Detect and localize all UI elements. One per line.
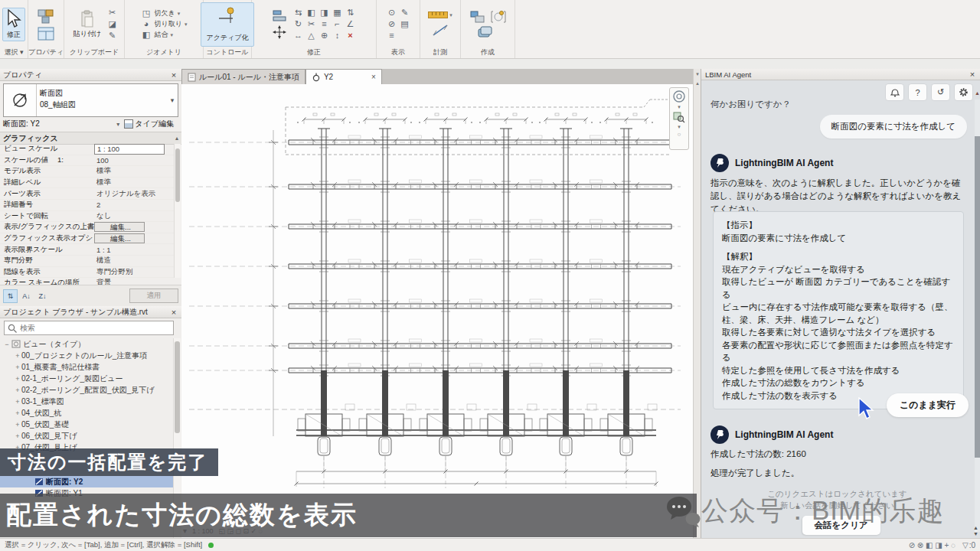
- panel-scroll-arrows[interactable]: ▲▼: [973, 525, 978, 537]
- tab-y2[interactable]: Y2 ×: [305, 69, 382, 84]
- tree-item[interactable]: +05_伏図_基礎: [0, 419, 175, 430]
- clipboard-small-tools[interactable]: ✂ ◪ ✎: [106, 8, 118, 41]
- tree-item[interactable]: 断面図: Y2: [0, 476, 175, 487]
- expand-icon[interactable]: +: [14, 409, 21, 417]
- tree-item[interactable]: +00_プロジェクトのルール_注意事項: [0, 350, 175, 361]
- match-type-icon[interactable]: ✎: [106, 31, 118, 41]
- run-button[interactable]: このまま実行: [887, 393, 969, 417]
- close-icon[interactable]: ×: [968, 70, 977, 79]
- zoom-icon[interactable]: [673, 111, 685, 123]
- modify-tool-grid[interactable]: ⇆◧◨▦⇅↻✂≡⌐∠↔△⊕↕×: [292, 8, 356, 41]
- tree-item[interactable]: +04_伏図_杭: [0, 407, 175, 419]
- edit-type-button[interactable]: タイプ編集: [135, 119, 174, 129]
- tree-item[interactable]: +02-1_ボーリング_製図ビュー: [0, 373, 175, 384]
- tool-icon[interactable]: ≡: [386, 31, 397, 41]
- expand-icon[interactable]: +: [14, 386, 21, 394]
- tool-icon[interactable]: △: [305, 31, 317, 41]
- copy-icon[interactable]: ◪: [106, 19, 118, 29]
- edit-button[interactable]: 編集...: [94, 222, 145, 232]
- settings-button[interactable]: [954, 83, 973, 101]
- notifications-button[interactable]: [885, 83, 904, 101]
- assembly-icon[interactable]: [478, 26, 498, 38]
- chevron-down-icon[interactable]: ▾: [678, 124, 681, 130]
- scissors-icon[interactable]: ✂: [106, 8, 118, 18]
- group-create-icon[interactable]: [491, 10, 506, 24]
- expand-icon[interactable]: +: [14, 432, 21, 440]
- sort-icon[interactable]: ⇅: [3, 289, 18, 303]
- activate-button[interactable]: アクティブ化: [201, 2, 253, 47]
- property-value[interactable]: 1 : 100: [94, 144, 165, 155]
- chevron-up-icon[interactable]: ▴: [175, 135, 178, 142]
- paste-button[interactable]: 貼り付け: [70, 8, 104, 41]
- properties-scrollbar[interactable]: [174, 144, 181, 278]
- tool-icon[interactable]: ⊕: [318, 31, 330, 41]
- sort-descending-icon[interactable]: Z↓: [35, 289, 50, 303]
- search-input[interactable]: [20, 324, 173, 332]
- tool-icon[interactable]: ≡: [318, 19, 330, 29]
- measure-angle-icon[interactable]: [432, 23, 449, 37]
- tool-icon[interactable]: ▤: [399, 19, 410, 29]
- selection-toggle-icons[interactable]: ⊘ ⊗ ◧ ◨ + ◌: [909, 541, 956, 549]
- close-icon[interactable]: ×: [169, 70, 178, 80]
- geometry-button[interactable]: ◧結合▾: [141, 30, 188, 40]
- apply-button[interactable]: 適用: [129, 289, 178, 303]
- tool-icon[interactable]: ✎: [399, 8, 410, 18]
- search-icon: [7, 323, 18, 334]
- expand-icon[interactable]: +: [14, 375, 21, 383]
- tool-icon[interactable]: ↕: [332, 31, 343, 41]
- help-button[interactable]: ?: [908, 83, 927, 101]
- group-label-properties[interactable]: プロパティ: [28, 47, 64, 58]
- tool-icon[interactable]: ⌐: [332, 19, 343, 29]
- tool-icon[interactable]: ∠: [345, 19, 356, 29]
- tool-icon[interactable]: ×: [345, 31, 356, 41]
- tool-icon[interactable]: ⇅: [345, 8, 356, 18]
- tool-icon[interactable]: ▦: [332, 8, 343, 18]
- ai-scrollbar[interactable]: [975, 99, 980, 532]
- chevron-down-icon[interactable]: ▾: [116, 121, 119, 128]
- geometry-button[interactable]: ◳切欠き▾: [141, 8, 188, 18]
- scroll-up-icon[interactable]: ▲: [975, 90, 980, 96]
- tool-icon[interactable]: ◨: [318, 8, 330, 18]
- geometry-button[interactable]: ◕切り取り▾: [141, 19, 188, 29]
- tool-icon[interactable]: ⇆: [292, 8, 304, 18]
- tree-item[interactable]: +01_概要書_特記仕様書: [0, 361, 175, 373]
- tree-item[interactable]: +06_伏図_見下げ: [0, 430, 175, 442]
- expand-icon[interactable]: +: [14, 352, 21, 360]
- history-button[interactable]: ↺: [931, 83, 950, 101]
- tool-icon[interactable]: ⊘: [386, 19, 397, 29]
- properties-panel-icon[interactable]: [38, 27, 54, 41]
- drawing-canvas[interactable]: ▾ ▾ ○ ▾ 1 : 100 ◱ ◲ ◻ ⊡ ✓ ◌: [181, 84, 693, 551]
- tool-icon[interactable]: ↔: [292, 31, 304, 41]
- tool-icon[interactable]: ◧: [305, 8, 317, 18]
- tool-icon[interactable]: ✂: [305, 19, 317, 29]
- sort-ascending-icon[interactable]: A↓: [19, 289, 34, 303]
- chevron-down-icon[interactable]: ▾: [678, 104, 681, 110]
- graphics-section-header[interactable]: グラフィックス ▴: [0, 132, 181, 145]
- chevron-down-icon[interactable]: ▾: [167, 84, 178, 116]
- view-tool-grid[interactable]: ⊙✎⊘▤≡: [386, 8, 410, 41]
- modify-button[interactable]: 修正: [2, 8, 25, 41]
- expand-icon[interactable]: +: [14, 421, 21, 429]
- tool-icon[interactable]: ↻: [292, 19, 304, 29]
- modify-primary-tools[interactable]: [272, 9, 287, 40]
- filter-button[interactable]: ▽:0: [962, 541, 975, 549]
- edit-button[interactable]: 編集...: [94, 233, 145, 243]
- tool-icon[interactable]: ⊙: [386, 8, 397, 18]
- expand-icon[interactable]: +: [14, 398, 21, 406]
- boxes-icon[interactable]: [37, 8, 55, 25]
- steering-wheel-icon[interactable]: [672, 90, 686, 103]
- tree-item[interactable]: −ビュー（タイプ）: [0, 338, 175, 350]
- ruler-icon[interactable]: [428, 11, 448, 18]
- collapse-icon[interactable]: −: [3, 341, 11, 348]
- options-icon[interactable]: ○: [678, 131, 681, 138]
- close-icon[interactable]: ×: [371, 73, 376, 81]
- cube-stack-icon[interactable]: [469, 10, 486, 24]
- expand-icon[interactable]: +: [14, 364, 21, 371]
- search-box[interactable]: [4, 321, 174, 335]
- tab-rule01[interactable]: ルール01 - ルール・注意事項: [181, 69, 305, 84]
- group-label-select[interactable]: 選択 ▾: [0, 47, 28, 58]
- close-icon[interactable]: ×: [169, 308, 178, 317]
- tree-item[interactable]: +02-2_ボーリング_配置図_伏図_見下げ: [0, 384, 175, 396]
- tree-item[interactable]: +03-1_標準図: [0, 396, 175, 407]
- type-selector[interactable]: 断面図 08_軸組図 ▾: [3, 83, 178, 117]
